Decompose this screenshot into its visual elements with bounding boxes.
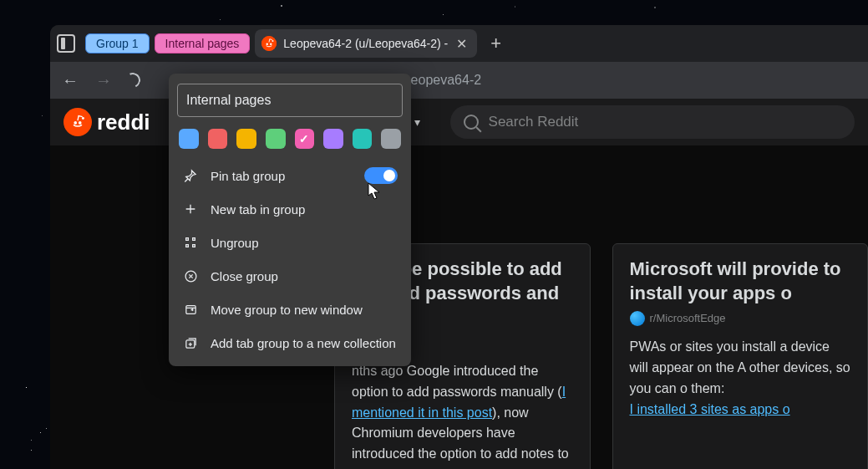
tab-strip: Group 1 Internal pages Leopeva64-2 (u/Le… [50, 25, 868, 62]
svg-point-5 [79, 121, 82, 125]
svg-point-0 [261, 36, 277, 51]
new-tab-button[interactable]: + [482, 33, 510, 54]
plus-icon [182, 201, 199, 217]
svg-point-1 [266, 43, 268, 45]
tab-group-2[interactable]: Internal pages [155, 33, 251, 54]
menu-label: Move group to new window [211, 303, 363, 317]
search-placeholder: Search Reddit [489, 114, 579, 130]
svg-point-3 [272, 40, 274, 42]
menu-label: Ungroup [211, 236, 259, 250]
svg-point-4 [74, 121, 77, 125]
color-swatch[interactable] [353, 129, 373, 149]
section-heading: osts [334, 199, 868, 218]
color-swatch[interactable] [179, 129, 199, 149]
color-swatch[interactable] [381, 129, 401, 149]
window-icon [182, 301, 199, 318]
post-title: Microsoft will provide to install your a… [630, 257, 851, 305]
back-button[interactable]: ← [58, 71, 82, 90]
pin-tab-group-item[interactable]: Pin tab group [177, 159, 403, 192]
post-card[interactable]: Microsoft will provide to install your a… [612, 243, 869, 469]
menu-label: Pin tab group [211, 169, 285, 183]
color-swatch[interactable] [236, 129, 256, 149]
reddit-favicon-icon [261, 36, 277, 51]
tab-actions-icon[interactable] [57, 34, 75, 53]
menu-label: New tab in group [211, 202, 305, 217]
svg-point-2 [270, 43, 272, 45]
post-subreddit[interactable]: r/MicrosoftEdge [630, 310, 851, 327]
search-icon [464, 115, 479, 130]
reload-icon[interactable] [123, 70, 142, 89]
close-tab-icon[interactable]: ✕ [454, 36, 469, 52]
reddit-logo[interactable]: reddi [63, 108, 150, 136]
svg-point-6 [82, 117, 84, 120]
collection-icon [182, 334, 199, 351]
pin-toggle[interactable] [364, 167, 398, 184]
chevron-down-icon[interactable]: ▾ [414, 115, 420, 129]
menu-label: Add tab group to a new collection [211, 336, 396, 350]
feed: osts soon be possible to add o saved pas… [334, 199, 868, 469]
ungroup-icon [182, 234, 199, 251]
post-link[interactable]: I installed 3 sites as apps o [630, 402, 790, 416]
color-swatch[interactable] [323, 129, 343, 149]
post-body: PWAs or sites you install a device will … [630, 337, 851, 399]
close-circle-icon [182, 268, 199, 284]
color-swatch[interactable] [295, 129, 315, 149]
tab-group-context-menu: Pin tab group New tab in group Ungroup C… [169, 74, 411, 366]
subreddit-icon [630, 311, 645, 326]
ungroup-item[interactable]: Ungroup [177, 226, 403, 259]
close-group-item[interactable]: Close group [177, 259, 403, 293]
tab-title: Leopeva64-2 (u/Leopeva64-2) - [283, 37, 448, 50]
color-swatch[interactable] [266, 129, 286, 149]
group-name-input[interactable] [177, 84, 403, 117]
menu-label: Close group [211, 269, 278, 283]
active-tab[interactable]: Leopeva64-2 (u/Leopeva64-2) - ✕ [255, 29, 477, 58]
tab-group-1[interactable]: Group 1 [85, 33, 150, 54]
search-input[interactable]: Search Reddit [450, 105, 855, 139]
move-to-new-window-item[interactable]: Move group to new window [177, 293, 403, 326]
reddit-logo-text: reddi [97, 110, 150, 135]
forward-button[interactable]: → [92, 71, 115, 90]
pin-icon [182, 167, 199, 184]
reddit-logo-icon [63, 108, 92, 136]
color-swatch-row [177, 117, 403, 159]
new-tab-in-group-item[interactable]: New tab in group [177, 192, 403, 226]
add-to-collection-item[interactable]: Add tab group to a new collection [177, 326, 403, 359]
post-body: nths ago Google introduced the option to… [352, 361, 573, 469]
color-swatch[interactable] [208, 129, 228, 149]
